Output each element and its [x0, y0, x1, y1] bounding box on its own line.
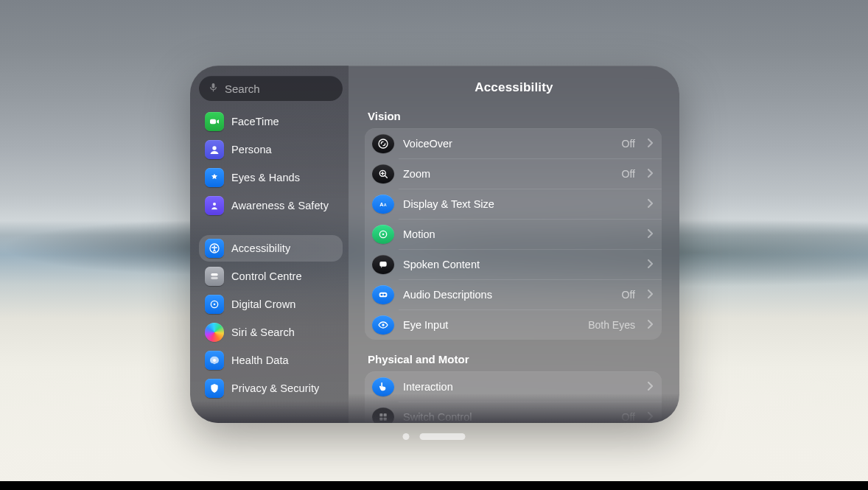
- sidebar-item-label: Control Centre: [231, 270, 302, 282]
- zoom-icon: [372, 164, 394, 183]
- page-title: Accessibility: [365, 80, 663, 95]
- row-label: Switch Control: [403, 411, 472, 423]
- spoken-content-icon: [372, 255, 394, 274]
- svg-point-4: [214, 245, 215, 247]
- chevron-right-icon: [647, 289, 653, 301]
- sidebar-item-health-data[interactable]: Health Data: [199, 347, 343, 374]
- row-spoken-content[interactable]: Spoken Content: [365, 249, 662, 279]
- eyes-hands-icon: [205, 168, 224, 187]
- desktop-wallpaper: FaceTime Persona Eyes & Hands: [0, 0, 868, 490]
- chevron-right-icon: [647, 259, 653, 270]
- row-voiceover[interactable]: VoiceOver Off: [365, 128, 662, 158]
- search-field[interactable]: [199, 76, 343, 101]
- search-input[interactable]: [225, 83, 349, 95]
- facetime-icon: [205, 112, 224, 131]
- svg-point-15: [382, 233, 385, 235]
- svg-rect-17: [379, 292, 388, 297]
- row-value: Off: [622, 411, 635, 423]
- row-label: Display & Text Size: [403, 198, 494, 210]
- row-value: Off: [622, 289, 635, 301]
- row-eye-input[interactable]: Eye Input Both Eyes: [365, 309, 662, 340]
- svg-point-2: [213, 203, 216, 206]
- siri-icon: [205, 323, 224, 342]
- row-value: Off: [622, 168, 635, 180]
- sidebar-item-privacy-security[interactable]: Privacy & Security: [199, 375, 343, 402]
- sidebar-item-eyes-hands[interactable]: Eyes & Hands: [199, 164, 343, 191]
- svg-rect-18: [381, 293, 383, 295]
- sidebar-item-label: Siri & Search: [231, 326, 295, 338]
- page-indicator[interactable]: [403, 433, 466, 440]
- row-display-text-size[interactable]: AA Display & Text Size: [365, 189, 662, 219]
- switch-control-icon: [372, 407, 394, 424]
- page-dot[interactable]: [403, 433, 410, 440]
- accessibility-icon: [205, 239, 224, 258]
- settings-window: FaceTime Persona Eyes & Hands: [190, 66, 679, 423]
- svg-rect-23: [379, 417, 382, 420]
- svg-rect-19: [384, 293, 386, 295]
- interaction-icon: [372, 377, 394, 396]
- svg-point-10: [379, 139, 388, 148]
- sidebar-item-label: Health Data: [231, 354, 289, 366]
- persona-icon: [205, 140, 224, 159]
- chevron-right-icon: [647, 381, 653, 393]
- row-motion[interactable]: Motion: [365, 219, 662, 249]
- mic-icon: [208, 82, 219, 96]
- chevron-right-icon: [647, 198, 653, 210]
- svg-rect-16: [379, 262, 386, 267]
- chevron-right-icon: [647, 228, 653, 240]
- audio-descriptions-icon: [372, 285, 394, 304]
- svg-point-20: [382, 323, 384, 326]
- row-label: Zoom: [403, 168, 430, 180]
- eye-input-icon: [372, 315, 394, 335]
- chevron-right-icon: [647, 168, 653, 180]
- sidebar-item-awareness-safety[interactable]: Awareness & Safety: [199, 192, 343, 219]
- svg-text:A: A: [384, 203, 387, 207]
- awareness-safety-icon: [205, 196, 224, 215]
- row-value: Off: [622, 138, 635, 150]
- section-header-physical-motor: Physical and Motor: [368, 353, 659, 365]
- row-label: Interaction: [403, 381, 453, 393]
- svg-point-8: [214, 304, 216, 306]
- row-interaction[interactable]: Interaction: [365, 371, 662, 402]
- row-zoom[interactable]: Zoom Off: [365, 158, 662, 189]
- group-physical-motor: Interaction Switch Control Off: [365, 371, 662, 423]
- sidebar-item-label: Privacy & Security: [231, 382, 319, 394]
- sidebar-item-persona[interactable]: Persona: [199, 136, 343, 163]
- sidebar-separator: [199, 220, 343, 234]
- svg-point-1: [212, 146, 216, 150]
- row-label: Motion: [403, 228, 435, 240]
- section-header-vision: Vision: [368, 110, 659, 122]
- sidebar-item-accessibility[interactable]: Accessibility: [199, 235, 343, 262]
- health-data-icon: [205, 351, 224, 370]
- sidebar-item-digital-crown[interactable]: Digital Crown: [199, 291, 343, 318]
- row-label: VoiceOver: [403, 138, 452, 150]
- sidebar-item-label: Persona: [231, 144, 272, 155]
- svg-rect-22: [384, 413, 387, 416]
- svg-rect-5: [211, 273, 217, 276]
- display-text-size-icon: AA: [372, 195, 394, 214]
- sidebar-item-siri-search[interactable]: Siri & Search: [199, 319, 343, 346]
- sidebar-item-label: Eyes & Hands: [231, 172, 300, 183]
- sidebar-item-control-centre[interactable]: Control Centre: [199, 263, 343, 290]
- motion-icon: [372, 225, 394, 244]
- row-value: Both Eyes: [588, 319, 635, 331]
- svg-rect-0: [210, 119, 216, 125]
- svg-rect-6: [211, 277, 217, 279]
- voiceover-icon: [372, 134, 394, 153]
- svg-point-9: [213, 359, 216, 362]
- row-label: Spoken Content: [403, 259, 480, 270]
- sidebar-item-facetime[interactable]: FaceTime: [199, 108, 343, 135]
- sidebar-list: FaceTime Persona Eyes & Hands: [199, 108, 343, 402]
- row-audio-descriptions[interactable]: Audio Descriptions Off: [365, 279, 662, 309]
- row-switch-control[interactable]: Switch Control Off: [365, 402, 662, 423]
- row-label: Eye Input: [403, 319, 448, 331]
- page-pill-current[interactable]: [420, 433, 466, 440]
- content-scroll[interactable]: Vision VoiceOver Off Zoom: [365, 107, 663, 423]
- svg-rect-21: [379, 413, 382, 416]
- sidebar-item-label: Accessibility: [231, 242, 290, 254]
- group-vision: VoiceOver Off Zoom Off A: [365, 128, 662, 340]
- chevron-right-icon: [647, 319, 653, 331]
- content-pane: Accessibility Vision VoiceOver Off: [349, 66, 679, 423]
- row-label: Audio Descriptions: [403, 289, 492, 301]
- privacy-security-icon: [205, 379, 224, 398]
